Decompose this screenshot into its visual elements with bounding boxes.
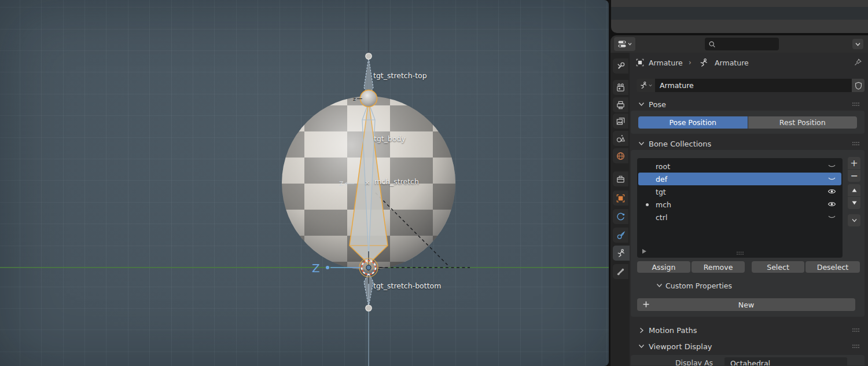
chevron-right-icon bbox=[639, 327, 644, 334]
datablock-type-button[interactable] bbox=[637, 79, 655, 92]
display-as-value: Octahedral bbox=[730, 359, 770, 365]
chevron-down-icon bbox=[628, 42, 632, 46]
tab-view-layer[interactable] bbox=[613, 114, 628, 129]
bone-collections-list: root def tgt bbox=[637, 158, 843, 258]
armature-icon bbox=[639, 81, 648, 90]
breadcrumb-object-name[interactable]: Armature bbox=[649, 58, 683, 67]
triangle-down-icon bbox=[852, 201, 857, 205]
tab-object[interactable] bbox=[613, 191, 628, 206]
move-down-button[interactable] bbox=[848, 197, 860, 209]
constraints-icon bbox=[616, 230, 626, 240]
scene-icon bbox=[616, 134, 626, 144]
panel-grip-icon[interactable] bbox=[852, 102, 860, 107]
list-item-tgt[interactable]: tgt bbox=[638, 185, 841, 198]
assign-button[interactable]: Assign bbox=[637, 261, 690, 273]
panel-grip-icon[interactable] bbox=[852, 344, 860, 349]
3d-viewport[interactable]: Z Z z z tgt_stretch-top tgt_body × mch_s… bbox=[0, 0, 609, 366]
new-property-label: New bbox=[738, 301, 754, 309]
list-item-def[interactable]: def bbox=[638, 173, 841, 185]
tab-bone[interactable] bbox=[613, 264, 628, 279]
triangle-up-icon bbox=[852, 188, 857, 192]
bone-collections-panel-header[interactable]: Bone Collections bbox=[631, 137, 865, 150]
datablock-name-row: Armature bbox=[637, 79, 865, 92]
remove-button[interactable]: Remove bbox=[692, 261, 745, 273]
tab-physics[interactable] bbox=[613, 209, 628, 224]
properties-content: Armature › Armature bbox=[630, 53, 868, 366]
header-options-button[interactable] bbox=[852, 39, 863, 49]
tab-world[interactable] bbox=[613, 148, 628, 163]
editor-type-button[interactable] bbox=[614, 37, 635, 51]
viewport-display-panel-body: Display As Octahedral bbox=[631, 355, 865, 365]
y-axis-line bbox=[0, 267, 609, 268]
bone-label-tgt-body: tgt_body bbox=[374, 134, 406, 143]
motion-paths-panel-header[interactable]: Motion Paths bbox=[631, 324, 865, 336]
collection-box-icon bbox=[616, 174, 626, 184]
bone-tip-sphere-top[interactable] bbox=[366, 53, 372, 59]
pose-panel-body: Pose Position Rest Position bbox=[631, 111, 865, 134]
output-printer-icon bbox=[616, 100, 626, 110]
tab-scene[interactable] bbox=[613, 131, 628, 146]
bone-tip-sphere-bottom[interactable] bbox=[366, 305, 372, 311]
new-property-button[interactable]: New bbox=[637, 298, 855, 311]
bone-icon bbox=[616, 267, 626, 277]
bone-ball-joint[interactable] bbox=[361, 90, 377, 107]
move-up-button[interactable] bbox=[848, 184, 860, 196]
custom-properties-title: Custom Properties bbox=[665, 281, 732, 290]
bone-collections-panel-title: Bone Collections bbox=[649, 140, 711, 148]
tab-constraints[interactable] bbox=[613, 228, 628, 243]
chevron-down-icon bbox=[855, 42, 860, 46]
rest-position-button[interactable]: Rest Position bbox=[748, 116, 858, 129]
datablock-name-value: Armature bbox=[660, 81, 694, 90]
eye-closed-icon[interactable] bbox=[827, 175, 836, 182]
editor-above-properties[interactable] bbox=[611, 0, 868, 33]
search-input[interactable] bbox=[705, 38, 779, 50]
collection-specials-menu-button[interactable] bbox=[848, 214, 860, 226]
object-icon bbox=[616, 193, 626, 203]
bone-collections-panel-body: root def tgt bbox=[631, 150, 865, 317]
list-resize-grip-icon[interactable] bbox=[736, 251, 744, 255]
eye-open-icon[interactable] bbox=[827, 188, 836, 195]
breadcrumb-data-name[interactable]: Armature bbox=[715, 58, 749, 67]
list-item-mch[interactable]: mch bbox=[638, 198, 841, 211]
viewport-display-panel-header[interactable]: Viewport Display bbox=[631, 340, 865, 353]
pose-panel-header[interactable]: Pose bbox=[631, 98, 865, 111]
tab-collection[interactable] bbox=[613, 171, 628, 186]
properties-editor-icon bbox=[617, 39, 627, 49]
eye-closed-icon[interactable] bbox=[827, 162, 836, 170]
pin-icon[interactable] bbox=[854, 58, 862, 67]
tab-object-data[interactable] bbox=[613, 246, 630, 261]
display-as-dropdown[interactable]: Octahedral bbox=[724, 357, 847, 365]
list-item-ctrl[interactable]: ctrl bbox=[638, 211, 841, 224]
fake-user-toggle[interactable] bbox=[852, 79, 865, 92]
eye-open-icon[interactable] bbox=[827, 200, 836, 208]
z-axis-gizmo-label: Z bbox=[312, 261, 320, 275]
deselect-button[interactable]: Deselect bbox=[806, 261, 860, 273]
chevron-down-icon bbox=[649, 84, 652, 87]
custom-properties-subpanel-header[interactable]: Custom Properties bbox=[640, 279, 859, 292]
tool-icon bbox=[616, 61, 626, 71]
list-filter-expand-icon[interactable] bbox=[642, 249, 646, 254]
bone-label-tgt-stretch-top: tgt_stretch-top bbox=[373, 71, 427, 80]
display-as-label: Display As bbox=[675, 358, 713, 365]
shield-icon bbox=[855, 82, 862, 90]
motion-paths-title: Motion Paths bbox=[649, 326, 697, 335]
add-collection-button[interactable]: + bbox=[848, 157, 860, 169]
properties-tab-rail bbox=[610, 53, 630, 366]
mch-cross-marker: × bbox=[365, 179, 370, 186]
tab-tool[interactable] bbox=[613, 58, 628, 74]
pose-position-button[interactable]: Pose Position bbox=[638, 116, 748, 129]
panel-grip-icon[interactable] bbox=[852, 141, 860, 146]
datablock-name-input[interactable]: Armature bbox=[655, 79, 852, 92]
list-item-root[interactable]: root bbox=[638, 160, 841, 173]
active-collection-dot bbox=[646, 203, 649, 206]
world-globe-icon bbox=[616, 151, 626, 161]
pose-position-toggle: Pose Position Rest Position bbox=[638, 116, 857, 129]
remove-collection-button[interactable]: − bbox=[848, 170, 860, 182]
eye-closed-icon[interactable] bbox=[827, 213, 836, 221]
select-button[interactable]: Select bbox=[752, 261, 804, 273]
tab-output[interactable] bbox=[613, 97, 628, 112]
armature-icon bbox=[699, 58, 709, 68]
panel-grip-icon[interactable] bbox=[852, 328, 860, 332]
editor-above-inner-band bbox=[611, 7, 868, 20]
tab-render[interactable] bbox=[613, 80, 628, 95]
